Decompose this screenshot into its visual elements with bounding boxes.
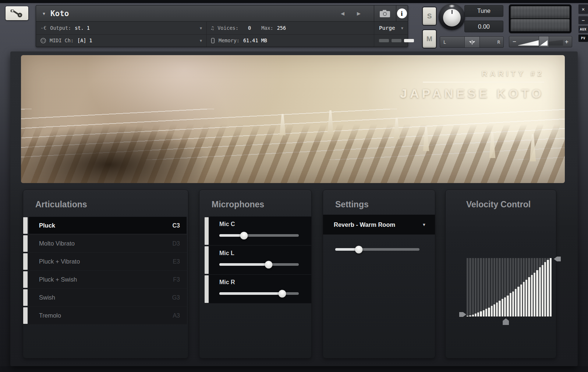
slider-thumb[interactable] — [355, 246, 363, 253]
velocity-bar[interactable] — [520, 258, 522, 316]
articulation-row-molto-vibrato[interactable]: Molto VibratoD3 — [23, 235, 188, 253]
velocity-bar[interactable] — [517, 258, 519, 316]
velocity-bar[interactable] — [483, 258, 485, 316]
stereo-level-meters — [509, 4, 571, 33]
velocity-curve-graph[interactable] — [467, 258, 552, 316]
volume-slider[interactable]: − + — [509, 36, 572, 47]
reverb-selected-value: Reverb - Warm Room — [334, 221, 395, 228]
articulation-label: Swish — [39, 294, 55, 301]
tune-knob-cap[interactable] — [443, 9, 461, 26]
velocity-bar[interactable] — [536, 258, 538, 316]
snapshot-camera-button[interactable] — [374, 6, 396, 21]
mic-level-slider[interactable] — [219, 263, 299, 266]
articulation-row-tremolo[interactable]: TremoloA3 — [23, 307, 188, 325]
max-value: 256 — [277, 25, 286, 31]
velocity-bar[interactable] — [504, 258, 506, 316]
close-button[interactable]: × — [578, 4, 588, 14]
solo-button[interactable]: S — [422, 7, 437, 26]
banner-divider — [423, 82, 544, 83]
minimize-button[interactable]: − — [578, 16, 588, 24]
purge-menu[interactable]: Purge ▼ — [374, 22, 408, 34]
tune-value[interactable]: 0.00 — [464, 21, 503, 32]
volume-wedge-fill — [518, 38, 539, 46]
tune-knob[interactable] — [439, 4, 465, 30]
articulation-row-swish[interactable]: SwishG3 — [23, 289, 188, 307]
velocity-bar[interactable] — [477, 258, 479, 316]
velocity-bar[interactable] — [507, 258, 509, 316]
pan-thumb[interactable] — [464, 37, 480, 47]
articulation-row-pluck[interactable]: PluckC3 — [23, 217, 188, 235]
velocity-bar[interactable] — [485, 258, 487, 316]
banner-rarity: RARITY #2 — [400, 69, 544, 78]
velocity-bar[interactable] — [528, 258, 530, 316]
mic-level-slider[interactable] — [219, 292, 299, 295]
chevron-down-icon[interactable]: ▼ — [200, 39, 202, 43]
velocity-bar[interactable] — [547, 258, 549, 316]
velocity-bar[interactable] — [493, 258, 495, 316]
articulation-key: D3 — [173, 240, 180, 247]
microphones-title: Microphones — [199, 190, 311, 210]
velocity-bar[interactable] — [525, 258, 527, 316]
chevron-down-icon[interactable]: ▼ — [422, 222, 426, 227]
midi-channel-selector[interactable]: MIDI Ch: [A] 1 ▼ — [36, 34, 207, 47]
velocity-min-handle[interactable] — [459, 311, 466, 318]
velocity-bar[interactable] — [531, 258, 533, 316]
mute-button[interactable]: M — [422, 29, 437, 49]
articulation-row-pluck-swish[interactable]: Pluck + SwishF3 — [23, 271, 188, 289]
chevron-down-icon[interactable]: ▼ — [401, 26, 403, 30]
velocity-bar[interactable] — [502, 258, 503, 316]
velocity-bar[interactable] — [472, 258, 474, 316]
collapse-chevron-icon[interactable]: ▼ — [42, 11, 46, 16]
info-icon: i — [397, 8, 407, 18]
prev-instrument-arrow-icon[interactable]: ◀ — [341, 6, 344, 21]
velocity-bar[interactable] — [496, 258, 498, 316]
velocity-bar[interactable] — [480, 258, 482, 316]
mic-level-slider[interactable] — [219, 234, 299, 237]
velocity-curve-marker[interactable] — [503, 318, 509, 325]
velocity-bar[interactable] — [510, 258, 511, 316]
velocity-bar[interactable] — [544, 258, 546, 316]
product-banner: RARITY #2 JAPANESE KOTO — [400, 69, 544, 101]
chevron-down-icon[interactable]: ▼ — [200, 26, 202, 30]
articulation-list: PluckC3Molto VibratoD3Pluck + VibratoE3P… — [23, 217, 188, 325]
instrument-title-bar[interactable]: ▼ Koto — [36, 6, 408, 22]
velocity-bar[interactable] — [542, 258, 543, 316]
slider-thumb[interactable] — [240, 232, 248, 239]
volume-thumb[interactable] — [539, 36, 549, 47]
microphones-panel: Microphones Mic CMic LMic R — [199, 190, 312, 358]
velocity-bar[interactable] — [512, 258, 514, 316]
reverb-amount-slider[interactable] — [335, 248, 419, 251]
velocity-bar[interactable] — [488, 258, 490, 316]
articulation-label: Tremolo — [39, 312, 61, 319]
velocity-bar[interactable] — [491, 258, 493, 316]
reverb-dropdown[interactable]: Reverb - Warm Room ▼ — [323, 215, 435, 235]
velocity-bar[interactable] — [515, 258, 517, 316]
velocity-bar[interactable] — [499, 258, 500, 316]
next-instrument-arrow-icon[interactable]: ▶ — [357, 6, 361, 21]
settings-panel: Settings Reverb - Warm Room ▼ — [323, 190, 435, 358]
pan-slider[interactable]: L R — [440, 36, 504, 48]
velocity-bar[interactable] — [467, 258, 468, 316]
articulation-row-pluck-vibrato[interactable]: Pluck + VibratoE3 — [23, 253, 188, 271]
slider-fill — [219, 263, 269, 266]
memory-chip-icon — [211, 38, 215, 43]
velocity-bar[interactable] — [539, 258, 541, 316]
slider-thumb[interactable] — [278, 290, 286, 297]
slider-thumb[interactable] — [265, 261, 272, 268]
aux-button[interactable]: AUX — [578, 26, 588, 33]
mic-label: Mic C — [219, 221, 235, 228]
output-selector[interactable]: -€ Output: st. 1 ▼ — [36, 22, 207, 34]
max-label: Max: — [261, 25, 273, 31]
velocity-bar[interactable] — [475, 258, 477, 316]
velocity-bar[interactable] — [523, 258, 525, 316]
instrument-body: RARITY #2 JAPANESE KOTO Articulations Pl… — [10, 51, 578, 366]
mic-row-mic-c: Mic C — [199, 217, 311, 246]
velocity-bar[interactable] — [550, 258, 552, 316]
info-button[interactable]: i — [396, 6, 408, 21]
velocity-bar[interactable] — [534, 258, 535, 316]
microphone-list: Mic CMic LMic R — [199, 217, 311, 304]
tools-wrench-button[interactable] — [5, 6, 29, 21]
pv-button[interactable]: PV — [578, 35, 588, 42]
velocity-bar[interactable] — [469, 258, 471, 316]
velocity-max-handle[interactable] — [554, 256, 561, 262]
